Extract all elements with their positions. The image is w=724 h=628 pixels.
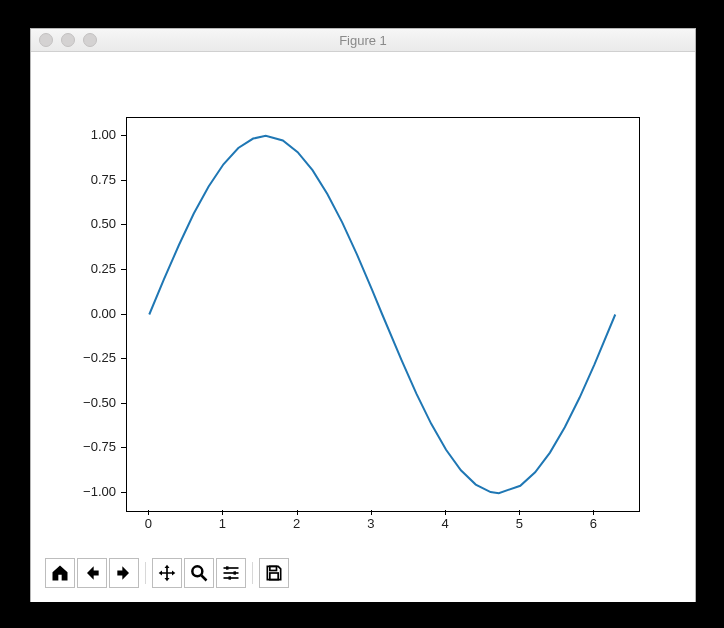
ytick-mark	[121, 358, 126, 359]
axes	[126, 117, 640, 512]
ytick-label: 0.75	[66, 172, 116, 187]
ytick-mark	[121, 135, 126, 136]
window-controls	[39, 33, 97, 47]
window-title: Figure 1	[31, 33, 695, 48]
xtick-mark	[445, 510, 446, 515]
save-icon	[264, 563, 284, 583]
arrow-left-icon	[82, 563, 102, 583]
ytick-label: 0.50	[66, 216, 116, 231]
svg-rect-9	[270, 573, 278, 580]
xtick-label: 2	[287, 516, 307, 531]
xtick-mark	[222, 510, 223, 515]
ytick-mark	[121, 492, 126, 493]
forward-button[interactable]	[109, 558, 139, 588]
figure-canvas: −1.00−0.75−0.50−0.250.000.250.500.751.00…	[31, 52, 695, 602]
line-plot	[127, 118, 639, 511]
ytick-mark	[121, 224, 126, 225]
svg-rect-8	[270, 566, 277, 570]
xtick-mark	[371, 510, 372, 515]
xtick-label: 0	[138, 516, 158, 531]
titlebar: Figure 1	[31, 29, 695, 52]
xtick-label: 3	[361, 516, 381, 531]
svg-rect-6	[234, 571, 237, 574]
toolbar-separator	[252, 562, 253, 584]
ytick-mark	[121, 314, 126, 315]
ytick-label: 0.00	[66, 306, 116, 321]
xtick-label: 4	[435, 516, 455, 531]
xtick-label: 6	[583, 516, 603, 531]
zoom-window-button[interactable]	[83, 33, 97, 47]
close-window-button[interactable]	[39, 33, 53, 47]
ytick-mark	[121, 269, 126, 270]
home-button[interactable]	[45, 558, 75, 588]
ytick-mark	[121, 403, 126, 404]
move-icon	[157, 563, 177, 583]
configure-button[interactable]	[216, 558, 246, 588]
series-line	[149, 136, 615, 493]
zoom-button[interactable]	[184, 558, 214, 588]
ytick-mark	[121, 180, 126, 181]
xtick-label: 5	[509, 516, 529, 531]
svg-point-0	[192, 566, 202, 576]
xtick-mark	[519, 510, 520, 515]
ytick-label: −0.75	[66, 439, 116, 454]
xtick-mark	[148, 510, 149, 515]
save-button[interactable]	[259, 558, 289, 588]
ytick-label: 1.00	[66, 127, 116, 142]
arrow-right-icon	[114, 563, 134, 583]
home-icon	[50, 563, 70, 583]
minimize-window-button[interactable]	[61, 33, 75, 47]
toolbar-separator	[145, 562, 146, 584]
sliders-icon	[221, 563, 241, 583]
xtick-label: 1	[212, 516, 232, 531]
xtick-mark	[593, 510, 594, 515]
svg-line-1	[202, 576, 207, 581]
ytick-label: 0.25	[66, 261, 116, 276]
ytick-mark	[121, 447, 126, 448]
xtick-mark	[297, 510, 298, 515]
back-button[interactable]	[77, 558, 107, 588]
ytick-label: −1.00	[66, 484, 116, 499]
svg-rect-7	[229, 576, 232, 579]
ytick-label: −0.50	[66, 395, 116, 410]
ytick-label: −0.25	[66, 350, 116, 365]
figure-window: Figure 1	[30, 28, 696, 602]
navigation-toolbar	[45, 558, 289, 588]
pan-button[interactable]	[152, 558, 182, 588]
svg-rect-5	[226, 566, 229, 569]
magnifier-icon	[189, 563, 209, 583]
